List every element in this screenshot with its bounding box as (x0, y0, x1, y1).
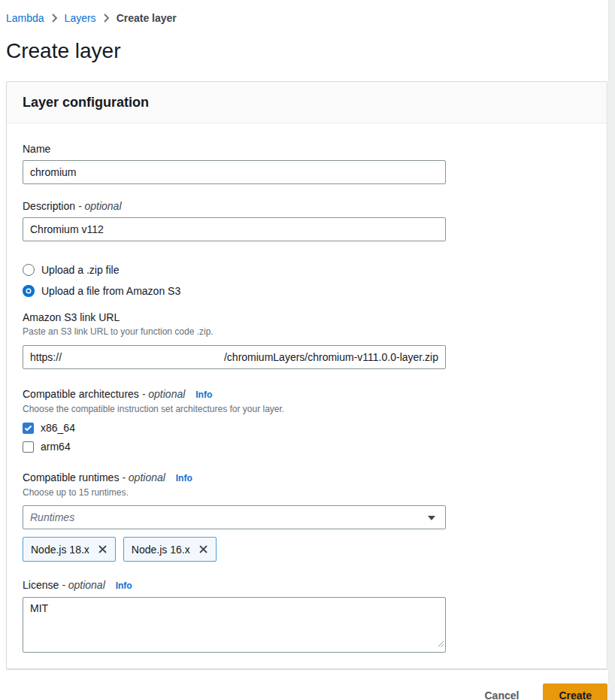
name-field-group: Name (23, 142, 591, 184)
license-optional-text: - optional (62, 579, 105, 591)
breadcrumb: Lambda Layers Create layer (6, 11, 601, 26)
runtimes-optional-text: - optional (122, 471, 165, 483)
architectures-label-text: Compatible architectures (23, 388, 139, 400)
s3-url-helper: Paste an S3 link URL to your function co… (23, 326, 591, 338)
token-nodejs-16: Node.js 16.x (123, 537, 217, 562)
license-field-group: License - optional Info MIT (23, 578, 591, 653)
token-nodejs-16-label: Node.js 16.x (132, 544, 190, 556)
panel-title: Layer configuration (23, 93, 591, 111)
architectures-info-link[interactable]: Info (195, 389, 212, 400)
panel-header: Layer configuration (7, 82, 607, 123)
caret-down-icon (427, 511, 436, 524)
license-label-text: License (23, 579, 59, 591)
token-nodejs-18: Node.js 18.x (23, 537, 116, 562)
radio-upload-s3-label: Upload a file from Amazon S3 (41, 285, 180, 297)
architectures-helper: Choose the compatible instruction set ar… (23, 403, 591, 415)
s3-url-input[interactable]: https:// /chromiumLayers/chromium-v111.0… (23, 345, 446, 369)
cancel-button[interactable]: Cancel (481, 685, 522, 700)
s3-url-label: Amazon S3 link URL (23, 311, 591, 324)
s3-url-field-group: Amazon S3 link URL Paste an S3 link URL … (23, 311, 591, 369)
architectures-field-group: Compatible architectures - optional Info… (23, 387, 591, 454)
chevron-right-icon (103, 14, 110, 23)
breadcrumb-link-layers[interactable]: Layers (65, 11, 96, 26)
token-nodejs-18-label: Node.js 18.x (31, 544, 89, 556)
runtimes-token-row: Node.js 18.x Node.js 16.x (23, 537, 591, 562)
architectures-label: Compatible architectures - optional Info (23, 387, 591, 402)
name-label: Name (23, 142, 591, 156)
create-button[interactable]: Create (543, 683, 607, 700)
license-textarea[interactable]: MIT (23, 597, 446, 653)
architectures-checkbox-group: x86_64 arm64 (23, 420, 591, 454)
form-actions: Cancel Create (6, 683, 607, 700)
close-icon[interactable] (198, 544, 208, 554)
checkbox-unchecked-icon[interactable] (23, 441, 34, 453)
panel-body: Name Description - optional Upload a .zi… (7, 123, 607, 668)
s3-url-prefix: https:// (30, 351, 62, 363)
description-label: Description - optional (23, 199, 591, 213)
layer-configuration-panel: Layer configuration Name Description - o… (6, 81, 607, 669)
description-optional-text: - optional (78, 200, 122, 212)
page-content: Lambda Layers Create layer Create layer … (0, 0, 609, 700)
page-title: Create layer (6, 38, 601, 64)
upload-source-radio-group: Upload a .zip file Upload a file from Am… (23, 262, 591, 298)
description-field-group: Description - optional (23, 199, 591, 241)
scrollbar-track[interactable] (608, 0, 615, 700)
runtimes-info-link[interactable]: Info (176, 473, 192, 483)
license-info-link[interactable]: Info (116, 580, 132, 591)
license-textarea-wrap: MIT (23, 597, 446, 653)
checkbox-x86-64[interactable]: x86_64 (23, 420, 591, 435)
description-input[interactable] (23, 217, 446, 241)
radio-upload-zip-label: Upload a .zip file (41, 264, 120, 276)
architectures-optional-text: - optional (142, 388, 186, 400)
runtimes-field-group: Compatible runtimes - optional Info Choo… (23, 471, 591, 562)
description-label-text: Description (23, 200, 75, 212)
radio-unselected-icon[interactable] (23, 264, 35, 276)
checkbox-checked-icon[interactable] (23, 423, 34, 434)
chevron-right-icon (51, 14, 58, 23)
checkbox-arm64-label: arm64 (41, 441, 71, 453)
radio-upload-zip[interactable]: Upload a .zip file (23, 262, 591, 277)
s3-url-path: /chromiumLayers/chromium-v111.0.0-layer.… (224, 351, 438, 363)
runtimes-label: Compatible runtimes - optional Info (23, 471, 591, 485)
runtimes-label-text: Compatible runtimes (23, 471, 119, 483)
breadcrumb-current: Create layer (117, 11, 177, 26)
breadcrumb-link-lambda[interactable]: Lambda (6, 11, 44, 26)
name-input[interactable] (23, 160, 446, 184)
runtimes-helper: Choose up to 15 runtimes. (23, 486, 591, 498)
runtimes-select[interactable]: Runtimes (23, 505, 446, 529)
radio-selected-icon[interactable] (23, 285, 35, 297)
radio-upload-s3[interactable]: Upload a file from Amazon S3 (23, 283, 591, 298)
license-label: License - optional Info (23, 578, 591, 592)
close-icon[interactable] (98, 544, 108, 554)
checkbox-arm64[interactable]: arm64 (23, 439, 591, 454)
checkbox-x86-64-label: x86_64 (41, 422, 75, 434)
runtimes-select-placeholder: Runtimes (30, 511, 74, 523)
